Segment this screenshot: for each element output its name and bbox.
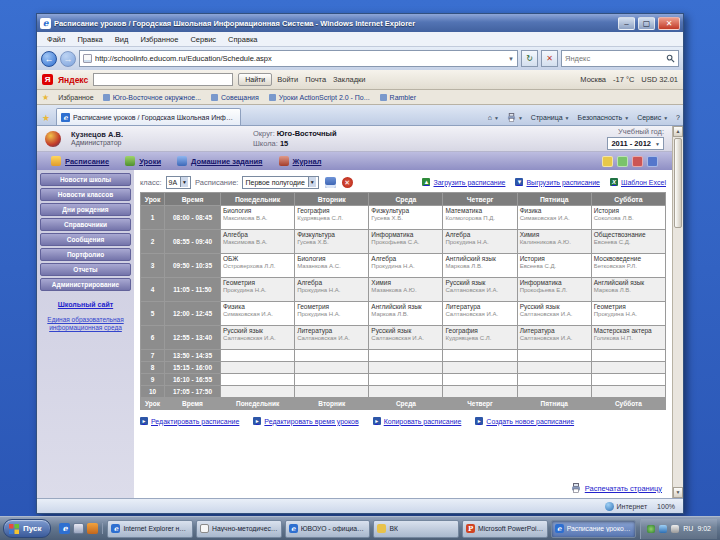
task-buttons: eInternet Explorer не м...Научно-методич… bbox=[107, 520, 636, 538]
taskbar-task[interactable]: Научно-методический... bbox=[196, 520, 282, 538]
sidebar-item[interactable]: Администрирование bbox=[40, 278, 131, 291]
menu-item[interactable]: Сервис bbox=[184, 34, 222, 45]
schedule-action-link[interactable]: ▸Создать новое расписание bbox=[475, 417, 574, 425]
lesson-number: 1 bbox=[141, 206, 165, 230]
scroll-down-icon[interactable]: ▼ bbox=[673, 487, 683, 498]
menu-item[interactable]: Файл bbox=[41, 34, 71, 45]
language-indicator[interactable]: RU bbox=[683, 525, 693, 532]
eis-link[interactable]: Единая образовательная информационная ср… bbox=[40, 316, 131, 333]
logout-icon[interactable] bbox=[647, 156, 658, 167]
sidebar-item[interactable]: Сообщения bbox=[40, 233, 131, 246]
minimize-button[interactable]: – bbox=[618, 17, 635, 30]
yandex-find-button[interactable]: Найти bbox=[238, 73, 272, 86]
taskbar-task[interactable]: PMicrosoft PowerPoint... bbox=[462, 520, 548, 538]
yandex-toolbar-item[interactable]: Войти bbox=[277, 75, 298, 84]
sidebar-item[interactable]: Дни рождения bbox=[40, 203, 131, 216]
download-schedule-link[interactable]: ▼Выгрузить расписание bbox=[515, 178, 600, 186]
vertical-scrollbar[interactable]: ▲ ▼ bbox=[672, 126, 683, 498]
zoom-level[interactable]: 100% bbox=[657, 503, 675, 510]
yandex-search-input[interactable] bbox=[93, 73, 233, 86]
show-desktop-icon[interactable] bbox=[73, 523, 84, 534]
quick-launch-media-icon[interactable] bbox=[87, 523, 98, 534]
save-icon-button[interactable] bbox=[325, 177, 336, 188]
print-page-link[interactable]: Распечатать страницу bbox=[571, 483, 662, 493]
menu-item[interactable]: Справка bbox=[222, 34, 263, 45]
volume-icon[interactable] bbox=[671, 525, 679, 533]
stop-button[interactable]: ✕ bbox=[541, 50, 558, 67]
settings-icon[interactable] bbox=[632, 156, 643, 167]
schedule-select[interactable]: Первое полугодие▼ bbox=[242, 176, 318, 189]
sidebar-item[interactable]: Портфолио bbox=[40, 248, 131, 261]
menu-item[interactable]: Избранное bbox=[134, 34, 184, 45]
schedule-action-link[interactable]: ▸Редактировать расписание bbox=[140, 417, 239, 425]
yandex-toolbar-item[interactable]: Закладки bbox=[333, 75, 365, 84]
search-box[interactable]: Яндекс bbox=[561, 50, 679, 67]
scroll-up-icon[interactable]: ▲ bbox=[673, 126, 683, 137]
start-button[interactable]: Пуск bbox=[3, 519, 51, 538]
tab-homework[interactable]: Домашние задания bbox=[177, 156, 262, 166]
teacher-name: Кудрявцева С.Л. bbox=[297, 215, 366, 222]
close-button[interactable]: ✕ bbox=[658, 17, 680, 30]
cancel-icon-button[interactable]: ✕ bbox=[342, 177, 353, 188]
class-select[interactable]: 9А▼ bbox=[166, 176, 192, 189]
yandex-toolbar-item[interactable]: Почта bbox=[305, 75, 326, 84]
sidebar-item[interactable]: Справочники bbox=[40, 218, 131, 231]
schedule-action-link[interactable]: ▸Редактировать время уроков bbox=[253, 417, 358, 425]
excel-template-link[interactable]: XШаблон Excel bbox=[610, 178, 666, 186]
safety-menu[interactable]: Безопасность▼ bbox=[578, 114, 630, 121]
scrollbar-thumb[interactable] bbox=[674, 138, 682, 228]
home-button[interactable]: ⌂▼ bbox=[488, 114, 499, 121]
subject-name: Биология bbox=[223, 207, 292, 215]
yandex-weather[interactable]: -17 °C bbox=[613, 75, 634, 84]
network-icon[interactable] bbox=[659, 525, 667, 533]
sidebar-item[interactable]: Новости классов bbox=[40, 188, 131, 201]
upload-schedule-link[interactable]: ▲Загрузить расписание bbox=[422, 178, 505, 186]
favorites-link[interactable]: Rambler bbox=[380, 94, 416, 101]
maximize-button[interactable]: ▢ bbox=[638, 17, 655, 30]
taskbar-task[interactable]: eЮВОУО - официальны... bbox=[285, 520, 371, 538]
schedule-cell: ФизкультураГусева Х.Б. bbox=[295, 230, 369, 254]
sidebar-item[interactable]: Новости школы bbox=[40, 173, 131, 186]
sidebar-item[interactable]: Отчеты bbox=[40, 263, 131, 276]
schedule-action-link[interactable]: ▸Копировать расписание bbox=[373, 417, 462, 425]
address-dropdown-icon[interactable]: ▼ bbox=[508, 56, 514, 62]
taskbar-task[interactable]: ВК bbox=[373, 520, 459, 538]
tab-schedule[interactable]: Расписание bbox=[51, 156, 109, 166]
tools-menu[interactable]: Сервис▼ bbox=[637, 114, 668, 121]
schedule-header-row: УрокВремяПонедельникВторникСредаЧетвергП… bbox=[141, 193, 666, 206]
title-bar[interactable]: e Расписание уроков / Городская Школьная… bbox=[37, 14, 683, 32]
taskbar-task[interactable]: eInternet Explorer не м... bbox=[107, 520, 193, 538]
menu-item[interactable]: Вид bbox=[109, 34, 135, 45]
yandex-currency[interactable]: USD 32.01 bbox=[641, 75, 678, 84]
subject-name: География bbox=[445, 327, 514, 335]
tab-journal[interactable]: Журнал bbox=[279, 156, 322, 166]
yandex-city[interactable]: Москва bbox=[580, 75, 606, 84]
browser-tab[interactable]: e Расписание уроков / Городская Школьная… bbox=[56, 108, 241, 125]
search-icon[interactable] bbox=[666, 54, 675, 63]
menu-item[interactable]: Правка bbox=[71, 34, 108, 45]
schedule-cell bbox=[517, 386, 591, 398]
schedule-cell bbox=[295, 374, 369, 386]
print-button[interactable]: ▼ bbox=[507, 113, 523, 122]
favorites-link[interactable]: Совещания bbox=[211, 94, 259, 101]
quick-launch-ie-icon[interactable]: e bbox=[59, 523, 70, 534]
refresh-button[interactable]: ↻ bbox=[521, 50, 538, 67]
mail-icon[interactable] bbox=[617, 156, 628, 167]
taskbar-task[interactable]: eРасписание уроков / ... bbox=[551, 520, 637, 538]
subject-name: Алгебра bbox=[297, 279, 366, 287]
year-selector[interactable]: 2011 - 2012▼ bbox=[607, 137, 664, 150]
help-button[interactable]: ? bbox=[676, 114, 680, 121]
favorites-link[interactable]: Юго-Восточное окружное... bbox=[103, 94, 201, 101]
school-site-link[interactable]: Школьный сайт bbox=[40, 301, 131, 308]
address-input[interactable]: http://schoolinfo.educom.ru/Education/Sc… bbox=[79, 50, 518, 67]
favorites-button[interactable]: ★ bbox=[40, 113, 52, 125]
favorites-label[interactable]: Избранное bbox=[58, 94, 93, 101]
tab-lessons[interactable]: Уроки bbox=[125, 156, 161, 166]
forward-button[interactable]: → bbox=[60, 51, 76, 67]
clock[interactable]: 9:02 bbox=[697, 525, 711, 532]
favorites-link[interactable]: Уроки ActionScript 2.0 - По... bbox=[269, 94, 370, 101]
page-menu[interactable]: Страница▼ bbox=[531, 114, 570, 121]
back-button[interactable]: ← bbox=[41, 51, 57, 67]
profile-icon[interactable] bbox=[602, 156, 613, 167]
shield-icon[interactable] bbox=[647, 525, 655, 533]
